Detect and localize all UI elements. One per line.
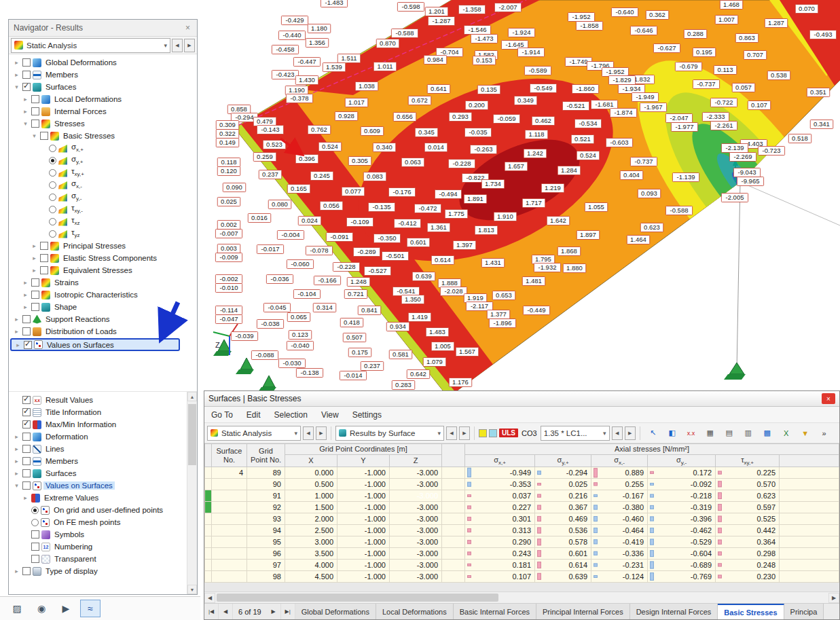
- cell-y[interactable]: -1.000: [337, 571, 390, 583]
- display-tree-item-lines[interactable]: ▸Lines: [10, 443, 197, 455]
- checkbox[interactable]: [22, 396, 31, 404]
- cell-spacer[interactable]: [442, 525, 465, 536]
- more-icon[interactable]: »: [816, 426, 833, 441]
- cell-surface-no[interactable]: [212, 536, 247, 548]
- results-tree-item-surfaces[interactable]: ▾Surfaces: [10, 81, 197, 93]
- scroll-right-icon[interactable]: ▶: [828, 593, 839, 603]
- results-tree-item-support-reactions[interactable]: ▸Support Reactions: [10, 313, 197, 325]
- cell-z[interactable]: -3.000: [390, 502, 442, 513]
- cell-surface-no[interactable]: [212, 560, 247, 571]
- pick-results-icon[interactable]: ↖: [644, 426, 662, 441]
- cell-spacer[interactable]: [442, 490, 465, 502]
- checkbox[interactable]: [31, 95, 39, 103]
- checkbox[interactable]: [22, 481, 31, 490]
- cell-z[interactable]: -3.000: [390, 490, 442, 502]
- cell-sigma-x-plus[interactable]: -0.949: [465, 467, 535, 479]
- cell-grid-point-no[interactable]: 92: [247, 502, 285, 513]
- cell-sigma-y-minus[interactable]: -0.218: [648, 490, 716, 502]
- display-tree-item-type-of-display[interactable]: ▸Type of display: [10, 565, 197, 577]
- checkbox[interactable]: [22, 71, 31, 79]
- first-record-button[interactable]: |◀: [204, 604, 219, 619]
- next-result-button[interactable]: ▶: [184, 39, 195, 52]
- cell-tau-xy-plus[interactable]: 0.525: [716, 513, 780, 525]
- radio-button[interactable]: [49, 206, 56, 213]
- cell-grid-point-no[interactable]: 95: [247, 536, 285, 548]
- cell-y[interactable]: -1.000: [337, 513, 390, 525]
- checkbox[interactable]: [31, 555, 39, 563]
- cell-x[interactable]: 0.000: [285, 467, 337, 479]
- checkbox[interactable]: [22, 457, 31, 465]
- cell-filler[interactable]: [780, 560, 839, 571]
- tab-basic-stresses[interactable]: Basic Stresses: [718, 604, 784, 619]
- cell-sigma-x-plus[interactable]: 0.313: [465, 525, 535, 536]
- radio-button[interactable]: [31, 519, 39, 526]
- display-tree-item-max-min-information[interactable]: Max/Min Information: [10, 418, 197, 431]
- checkbox[interactable]: [22, 315, 31, 323]
- radio-button[interactable]: [31, 507, 39, 514]
- chevron-down-icon[interactable]: ▾: [437, 430, 441, 437]
- expander-icon[interactable]: ▸: [31, 242, 38, 249]
- results-tree-item-τxy[interactable]: τxy,+: [10, 166, 197, 179]
- checkbox[interactable]: [22, 327, 31, 335]
- cell-surface-no[interactable]: [212, 548, 247, 560]
- cell-x[interactable]: 0.500: [285, 479, 337, 490]
- cell-sigma-x-plus[interactable]: 0.301: [465, 513, 535, 525]
- display-tree-item-result-values[interactable]: Result Values: [10, 394, 197, 406]
- tab-principa[interactable]: Principa: [784, 604, 824, 619]
- cell-sigma-y-minus[interactable]: 0.172: [648, 467, 716, 479]
- menu-settings[interactable]: Settings: [346, 409, 388, 421]
- radio-button[interactable]: [49, 194, 56, 201]
- cell-filler[interactable]: [780, 467, 839, 479]
- combo-prev-button[interactable]: ◀: [612, 426, 623, 440]
- display-tree-item-members[interactable]: ▸Members: [10, 455, 197, 467]
- cell-z[interactable]: -3.000: [390, 479, 442, 490]
- cell-sigma-y-plus[interactable]: 0.025: [535, 479, 591, 490]
- cell-grid-point-no[interactable]: 90: [247, 479, 285, 490]
- results-tree-item-equivalent-stresses[interactable]: ▸Equivalent Stresses: [10, 264, 197, 276]
- checkbox[interactable]: [22, 83, 31, 91]
- cell-sigma-x-minus[interactable]: -0.231: [591, 560, 648, 571]
- display-tree-item-transparent[interactable]: Transparent: [10, 553, 197, 565]
- expander-icon[interactable]: ▸: [13, 59, 20, 66]
- previous-result-button[interactable]: ◀: [172, 39, 183, 52]
- display-tree-item-values-on-surfaces[interactable]: ▾Values on Surfaces: [10, 479, 197, 492]
- expander-icon[interactable]: ▸: [13, 316, 20, 323]
- results-by-next-button[interactable]: ▶: [459, 426, 470, 440]
- cell-sigma-y-minus[interactable]: -0.319: [648, 502, 716, 513]
- menu-selection[interactable]: Selection: [268, 409, 314, 421]
- expander-icon[interactable]: ▸: [22, 494, 29, 501]
- cell-y[interactable]: -1.000: [337, 560, 390, 571]
- cell-spacer[interactable]: [442, 479, 465, 490]
- scroll-left-icon[interactable]: ◀: [204, 593, 215, 603]
- checkbox[interactable]: [40, 266, 48, 274]
- cell-sigma-x-plus[interactable]: 0.243: [465, 548, 535, 560]
- cell-sigma-y-plus[interactable]: 0.601: [535, 548, 591, 560]
- cell-grid-point-no[interactable]: 93: [247, 513, 285, 525]
- cell-tau-xy-plus[interactable]: 0.623: [716, 490, 780, 502]
- cell-sigma-x-plus[interactable]: 0.037: [465, 490, 535, 502]
- menu-edit[interactable]: Edit: [240, 409, 268, 421]
- cell-sigma-y-plus[interactable]: 0.639: [535, 571, 591, 583]
- cell-filler[interactable]: [780, 502, 839, 513]
- cell-sigma-y-plus[interactable]: 0.367: [535, 502, 591, 513]
- cell-y[interactable]: -1.000: [337, 548, 390, 560]
- cell-sigma-x-minus[interactable]: -0.167: [591, 490, 648, 502]
- last-record-button[interactable]: ▶|: [281, 604, 295, 619]
- results-tree-item-σx-[interactable]: σx,-: [10, 179, 197, 191]
- cell-sigma-x-plus[interactable]: 0.181: [465, 560, 535, 571]
- results-tree-item-isotropic-characteristics[interactable]: ▸Isotropic Characteristics: [10, 289, 197, 301]
- display-tree-item-title-information[interactable]: Title Information: [10, 406, 197, 418]
- checkbox[interactable]: [31, 278, 39, 287]
- tab-design-internal-forces[interactable]: Design Internal Forces: [630, 604, 718, 619]
- chevron-down-icon[interactable]: ▾: [164, 42, 167, 49]
- cell-filler[interactable]: [780, 571, 839, 583]
- checkbox[interactable]: [24, 341, 32, 349]
- tab-local-deformations[interactable]: Local Deformations: [376, 604, 454, 619]
- table-view-icon[interactable]: ▦: [701, 426, 719, 441]
- checkbox[interactable]: [22, 408, 31, 416]
- expander-icon[interactable]: ▸: [13, 328, 20, 335]
- load-combination-dropdown[interactable]: 1.35 * LC1... ▾: [541, 426, 610, 441]
- expander-icon[interactable]: ▸: [22, 304, 29, 310]
- cell-sigma-x-minus[interactable]: 0.255: [591, 479, 648, 490]
- analysis-type-dropdown[interactable]: Static Analysis ▾: [11, 38, 170, 53]
